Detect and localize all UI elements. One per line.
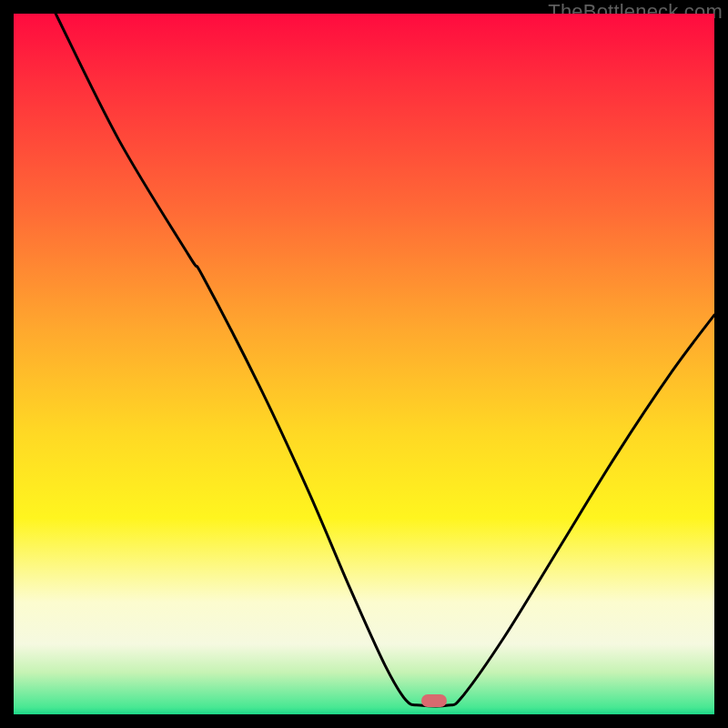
plot-area bbox=[14, 14, 714, 714]
bottleneck-curve bbox=[14, 14, 714, 714]
chart-frame: TheBottleneck.com bbox=[0, 0, 728, 728]
optimal-marker bbox=[421, 694, 447, 707]
